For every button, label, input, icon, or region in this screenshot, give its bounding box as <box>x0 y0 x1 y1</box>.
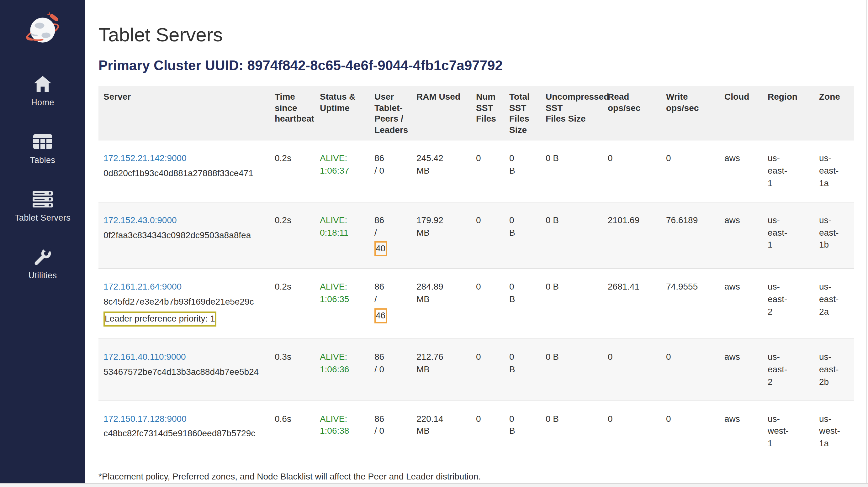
num-sst-files-cell: 0 <box>471 269 504 339</box>
tablet-servers-table: Server Time since heartbeat Status & Upt… <box>98 87 854 462</box>
uncompressed-sst-size-cell: 0 B <box>540 339 603 400</box>
server-link[interactable]: 172.161.21.64:9000 <box>103 282 182 292</box>
page-title: Tablet Servers <box>98 24 864 46</box>
uncompressed-sst-size-cell: 0 B <box>540 269 603 339</box>
column-header-write-ops: Write ops/sec <box>661 87 719 140</box>
num-sst-files-cell: 0 <box>471 140 504 202</box>
planet-globe <box>30 18 55 42</box>
column-header-region: Region <box>763 87 814 140</box>
status-uptime-cell: ALIVE: 1:06:36 <box>315 339 369 400</box>
cluster-uuid-heading: Primary Cluster UUID: 8974f842-8c65-4e6f… <box>98 57 864 74</box>
read-ops-cell: 0 <box>603 339 661 400</box>
window-right-edge <box>866 0 867 487</box>
zone-cell: us- east- 2b <box>814 339 854 400</box>
read-ops-cell: 0 <box>603 400 661 462</box>
uncompressed-sst-size-cell: 0 B <box>540 140 603 202</box>
server-link[interactable]: 172.150.17.128:9000 <box>103 413 187 423</box>
read-ops-cell: 0 <box>603 140 661 202</box>
table-header-row: Server Time since heartbeat Status & Upt… <box>98 87 854 140</box>
status-uptime-cell: ALIVE: 1:06:35 <box>315 269 369 339</box>
tablet-peers-leaders-cell: 86 / 0 <box>369 339 411 400</box>
placement-policy-note: *Placement policy, Preferred zones, and … <box>98 471 864 481</box>
server-link[interactable]: 172.152.21.142:9000 <box>103 153 187 163</box>
server-uuid: 0f2faa3c834343c0982dc9503a8a8fea <box>103 229 265 241</box>
server-uuid: 8c45fd27e3e24b7b93f169de21e5e29c <box>103 296 265 309</box>
table-row: 172.161.21.64:9000 8c45fd27e3e24b7b93f16… <box>98 269 854 339</box>
sidebar: Home Tables <box>0 0 85 484</box>
peers-value: 86 / <box>374 282 384 304</box>
yugabytedb-logo[interactable] <box>25 12 61 48</box>
sidebar-item-home[interactable]: Home <box>31 74 54 107</box>
total-sst-size-cell: 0 B <box>504 269 540 339</box>
wrench-icon <box>34 248 52 266</box>
sidebar-item-tablet-servers[interactable]: Tablet Servers <box>15 190 70 223</box>
ram-used-cell: 245.42 MB <box>411 140 471 202</box>
server-cell: 172.150.17.128:9000 c48bc82fc7314d5e9186… <box>98 400 270 462</box>
server-link[interactable]: 172.161.40.110:9000 <box>103 352 186 362</box>
write-ops-cell: 0 <box>661 400 719 462</box>
server-cell: 172.161.21.64:9000 8c45fd27e3e24b7b93f16… <box>98 269 270 339</box>
heartbeat-cell: 0.2s <box>270 140 315 202</box>
main-content: Tablet Servers Primary Cluster UUID: 897… <box>85 0 868 487</box>
write-ops-cell: 0 <box>661 140 719 202</box>
peers-value: 86 / 0 <box>374 413 384 436</box>
column-header-status-uptime: Status & Uptime <box>315 87 369 140</box>
sidebar-item-label: Tables <box>30 156 55 165</box>
peers-value: 86 / 0 <box>374 153 384 175</box>
zone-cell: us- west- 1a <box>814 400 854 462</box>
tablet-peers-leaders-cell: 86 / 0 <box>369 400 411 462</box>
table-row: 172.161.40.110:9000 53467572be7c4d13b3ac… <box>98 339 854 400</box>
cloud-cell: aws <box>719 140 763 202</box>
server-link[interactable]: 172.152.43.0:9000 <box>103 215 177 225</box>
heartbeat-cell: 0.2s <box>270 269 315 339</box>
zone-cell: us- east- 1b <box>814 202 854 268</box>
server-uuid: 0d820cf1b93c40d881a27888f33ce471 <box>103 167 265 180</box>
uncompressed-sst-size-cell: 0 B <box>540 400 603 462</box>
column-header-ram-used: RAM Used <box>411 87 471 140</box>
table-row: 172.152.21.142:9000 0d820cf1b93c40d881a2… <box>98 140 854 202</box>
server-cell: 172.152.43.0:9000 0f2faa3c834343c0982dc9… <box>98 202 270 268</box>
total-sst-size-cell: 0 B <box>504 140 540 202</box>
column-header-zone: Zone <box>814 87 854 140</box>
heartbeat-cell: 0.2s <box>270 202 315 268</box>
write-ops-cell: 0 <box>661 339 719 400</box>
table-grid-icon <box>33 132 53 151</box>
sidebar-item-label: Home <box>31 98 54 107</box>
region-cell: us- east- 2 <box>763 269 814 339</box>
column-header-tablet-peers-leaders: User Tablet- Peers / Leaders <box>369 87 411 140</box>
zone-cell: us- east- 1a <box>814 140 854 202</box>
sidebar-item-label: Tablet Servers <box>15 213 70 223</box>
ram-used-cell: 179.92 MB <box>411 202 471 268</box>
cloud-cell: aws <box>719 202 763 268</box>
column-header-total-sst-size: Total SST Files Size <box>504 87 540 140</box>
zone-cell: us- east- 2a <box>814 269 854 339</box>
server-cell: 172.152.21.142:9000 0d820cf1b93c40d881a2… <box>98 140 270 202</box>
region-cell: us- east- 1 <box>763 140 814 202</box>
num-sst-files-cell: 0 <box>471 339 504 400</box>
server-stack-icon <box>32 190 53 209</box>
sidebar-item-tables[interactable]: Tables <box>30 132 55 165</box>
table-row: 172.152.43.0:9000 0f2faa3c834343c0982dc9… <box>98 202 854 268</box>
sidebar-item-utilities[interactable]: Utilities <box>29 248 57 280</box>
column-header-num-sst-files: Num SST Files <box>471 87 504 140</box>
num-sst-files-cell: 0 <box>471 202 504 268</box>
sidebar-item-label: Utilities <box>29 271 57 280</box>
read-ops-cell: 2101.69 <box>603 202 661 268</box>
cluster-uuid-label: Primary Cluster UUID: <box>98 57 243 73</box>
uncompressed-sst-size-cell: 0 B <box>540 202 603 268</box>
write-ops-cell: 74.9555 <box>661 269 719 339</box>
column-header-heartbeat: Time since heartbeat <box>270 87 315 140</box>
status-uptime-cell: ALIVE: 1:06:37 <box>315 140 369 202</box>
total-sst-size-cell: 0 B <box>504 202 540 268</box>
cloud-cell: aws <box>719 400 763 462</box>
total-sst-size-cell: 0 B <box>504 400 540 462</box>
column-header-server: Server <box>98 87 270 140</box>
window-bottom-edge <box>0 483 868 487</box>
region-cell: us- east- 2 <box>763 339 814 400</box>
region-cell: us- west- 1 <box>763 400 814 462</box>
heartbeat-cell: 0.3s <box>270 339 315 400</box>
tablet-peers-leaders-cell: 86 / 46 <box>369 269 411 339</box>
status-uptime-cell: ALIVE: 0:18:11 <box>315 202 369 268</box>
ram-used-cell: 212.76 MB <box>411 339 471 400</box>
num-sst-files-cell: 0 <box>471 400 504 462</box>
